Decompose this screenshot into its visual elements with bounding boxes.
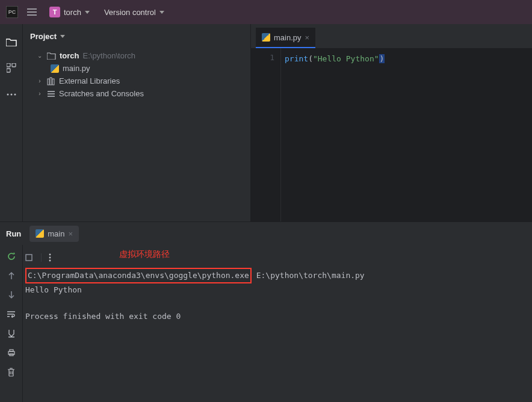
expand-arrow-icon[interactable]: › — [36, 78, 43, 84]
left-tool-stripe — [0, 24, 23, 221]
scroll-to-end-icon[interactable] — [5, 327, 18, 340]
project-tool-icon[interactable] — [5, 35, 18, 48]
line-number: 1 — [251, 53, 274, 62]
svg-point-4 — [10, 94, 12, 96]
console-line-exit: Process finished with exit code 0 — [25, 310, 530, 323]
python-file-icon — [36, 229, 44, 238]
svg-rect-10 — [10, 350, 13, 351]
editor-body[interactable]: 1 print("Hello Python") — [251, 48, 532, 221]
main-menu-icon[interactable] — [25, 5, 39, 19]
run-body: 虚拟环境路径 C:\ProgramData\anaconda3\envs\gog… — [0, 245, 532, 402]
trash-icon[interactable] — [5, 365, 18, 379]
close-tab-icon[interactable]: × — [68, 229, 73, 238]
close-tab-icon[interactable]: × — [305, 33, 310, 42]
print-icon[interactable] — [5, 346, 18, 359]
editor-tab-main[interactable]: main.py × — [256, 28, 315, 48]
project-panel-title: Project — [30, 32, 57, 41]
project-selector[interactable]: T torch — [46, 4, 93, 20]
console-blank-line — [25, 297, 530, 310]
python-file-icon — [51, 64, 59, 73]
main-area: Project ⌄ torch E:\python\torch main.py … — [0, 24, 532, 221]
editor-tab-label: main.py — [274, 33, 302, 42]
svg-rect-2 — [7, 69, 10, 72]
more-actions-icon[interactable] — [41, 253, 51, 262]
tree-external-label: External Libraries — [59, 76, 120, 85]
more-tools-icon[interactable] — [5, 88, 18, 101]
library-icon — [47, 77, 55, 85]
console-line-cmd: C:\ProgramData\anaconda3\envs\goggle\pyt… — [25, 268, 530, 283]
tree-row-root[interactable]: ⌄ torch E:\python\torch — [26, 49, 247, 62]
tree-file-name: main.py — [63, 64, 90, 73]
code-line[interactable]: print("Hello Python") — [285, 53, 528, 65]
down-arrow-icon[interactable] — [5, 288, 18, 302]
tree-root-name: torch — [60, 51, 79, 60]
editor-tabs: main.py × — [251, 24, 532, 48]
editor-gutter: 1 — [251, 48, 281, 221]
version-control-selector[interactable]: Version control — [101, 5, 168, 19]
structure-tool-icon[interactable] — [5, 61, 18, 75]
run-top-controls: 虚拟环境路径 — [23, 250, 530, 268]
run-tab-label: main — [48, 229, 64, 238]
python-file-icon — [262, 33, 270, 42]
run-config-tab[interactable]: main × — [29, 226, 79, 242]
code-content[interactable]: print("Hello Python") — [281, 48, 532, 221]
svg-rect-7 — [50, 78, 52, 85]
stop-icon[interactable] — [25, 254, 32, 261]
editor-area: main.py × 1 print("Hello Python") — [250, 24, 532, 221]
up-arrow-icon[interactable] — [5, 269, 18, 282]
project-panel-header[interactable]: Project — [23, 24, 250, 48]
app-logo: PC — [6, 6, 18, 18]
run-panel-header: Run main × — [0, 222, 532, 245]
vcs-label: Version control — [104, 8, 156, 17]
svg-point-3 — [7, 94, 8, 96]
tree-row-external[interactable]: › External Libraries — [26, 75, 247, 87]
console-line-output: Hello Python — [25, 283, 530, 297]
scratches-icon — [47, 90, 55, 97]
tree-root-path: E:\python\torch — [83, 51, 135, 60]
chevron-down-icon — [60, 35, 65, 38]
svg-rect-1 — [12, 63, 16, 67]
svg-point-15 — [49, 260, 51, 262]
annotation-label: 虚拟环境路径 — [119, 247, 170, 261]
tree-scratches-label: Scratches and Consoles — [59, 89, 144, 98]
chevron-down-icon — [85, 11, 90, 14]
run-left-toolbar — [0, 245, 23, 402]
project-name: torch — [64, 8, 81, 17]
svg-rect-12 — [26, 255, 32, 261]
expand-arrow-icon[interactable]: ⌄ — [36, 52, 43, 59]
project-tree: ⌄ torch E:\python\torch main.py › Extern… — [23, 48, 250, 221]
svg-rect-8 — [52, 79, 54, 85]
project-badge: T — [49, 7, 60, 17]
highlighted-interpreter-path: C:\ProgramData\anaconda3\envs\goggle\pyt… — [25, 268, 252, 283]
soft-wrap-icon[interactable] — [5, 308, 18, 321]
folder-icon — [47, 52, 56, 60]
tree-row-file[interactable]: main.py — [26, 62, 247, 75]
svg-rect-6 — [48, 79, 49, 85]
svg-point-5 — [14, 94, 16, 96]
run-console[interactable]: 虚拟环境路径 C:\ProgramData\anaconda3\envs\gog… — [23, 245, 532, 402]
chevron-down-icon — [159, 11, 164, 14]
expand-arrow-icon[interactable]: › — [36, 90, 43, 97]
project-panel: Project ⌄ torch E:\python\torch main.py … — [23, 24, 250, 221]
run-panel-title: Run — [6, 229, 21, 238]
svg-rect-0 — [7, 63, 10, 67]
run-panel: Run main × — [0, 221, 532, 402]
svg-point-13 — [49, 254, 51, 256]
tree-row-scratches[interactable]: › Scratches and Consoles — [26, 87, 247, 100]
titlebar: PC T torch Version control — [0, 0, 532, 24]
svg-point-14 — [49, 257, 51, 259]
rerun-icon[interactable] — [5, 250, 18, 263]
